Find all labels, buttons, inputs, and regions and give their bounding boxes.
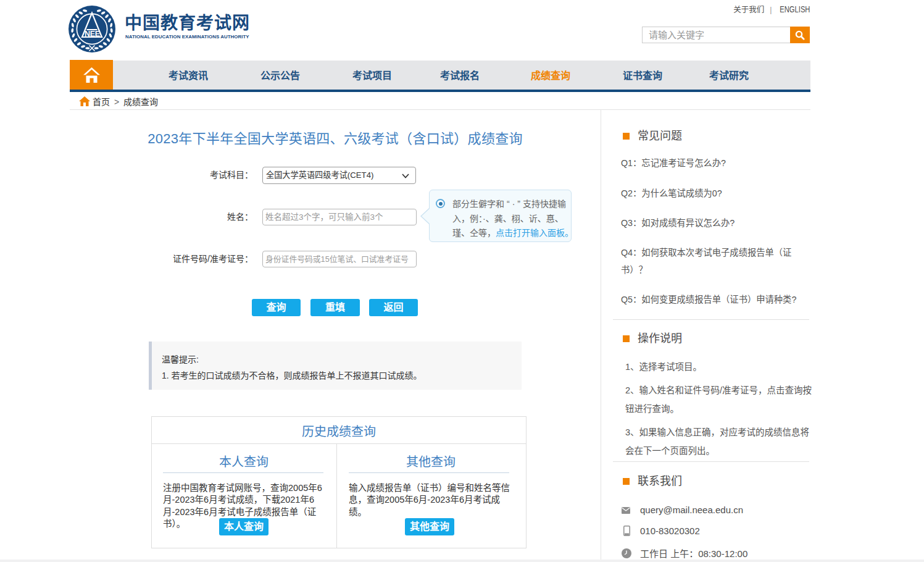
svg-text:NEE: NEE [85,30,100,38]
